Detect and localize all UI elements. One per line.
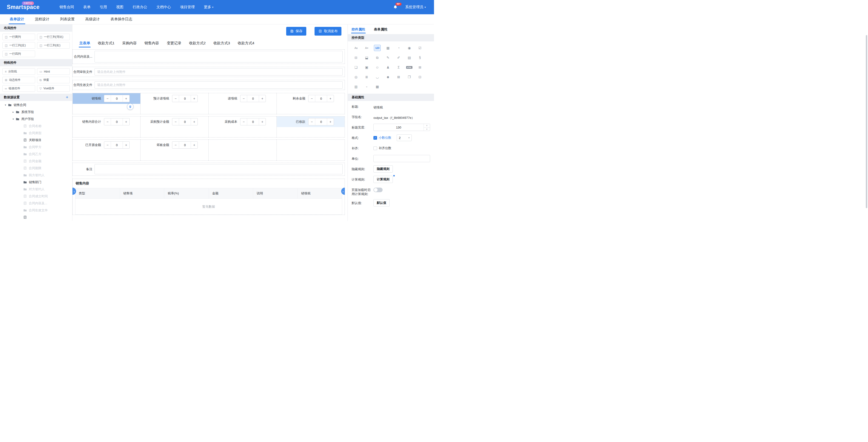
stepper-value[interactable]: 0 [179,118,191,125]
layout-control-4[interactable]: ◫一行四列 [2,50,35,57]
signature-icon[interactable]: ✎ [384,55,391,61]
stepper-plus-button[interactable]: + [123,118,129,125]
window-icon[interactable]: ⊡ [416,74,423,80]
stepper-plus-button[interactable]: + [191,95,197,102]
tree-item-14[interactable]: 合同内容及... [0,200,72,207]
stepper-plus-button[interactable]: + [191,142,197,148]
stepper-value[interactable]: 0 [179,142,191,148]
image-icon[interactable]: ▣ [363,64,370,70]
number-field-cell[interactable]: 已收款−0+ [277,116,345,137]
logo[interactable]: Smartspace 信赖平台 [7,4,39,10]
nav-item-3[interactable]: 视图 [116,5,123,9]
tree-item-7[interactable]: 合同乙方 [0,150,72,158]
input-icon[interactable]: Aa [352,45,360,51]
special-control-3[interactable]: ⧉弹窗 [37,77,70,83]
tree-item-11[interactable]: 销售部门 [0,179,72,186]
form-tab-2[interactable]: 采购内容 [118,41,141,48]
design-tab-3[interactable]: 高级设计 [80,14,105,24]
stepper-plus-button[interactable]: + [327,95,334,102]
form-tab-6[interactable]: 收款方式3 [210,41,234,48]
button-default-value[interactable]: 默认值 [373,199,390,206]
nav-item-0[interactable]: 销售合同 [59,5,74,9]
stepper-value[interactable]: 0 [111,95,123,102]
upload-field[interactable]: 请点击此处上传附件 [94,81,343,89]
textarea-icon[interactable]: A≡ [363,45,370,51]
attachment-icon[interactable]: § [416,55,423,61]
number-field-cell[interactable]: 预计进项税−0+ [140,93,209,114]
file-icon[interactable]: ❏ [352,64,360,70]
stepper-minus-button[interactable]: − [240,118,247,125]
form-row[interactable]: 合同审批文件请点击此处上传附件 [72,67,345,77]
form-row[interactable]: 合同内容及... [72,49,345,64]
tree-item-9[interactable]: 合同期限 [0,165,72,172]
stepper-value[interactable]: 0 [315,95,327,102]
layout-control-2[interactable]: ◫一行三列(左) [2,42,35,49]
stepper-minus-button[interactable]: − [104,118,111,125]
user-icon[interactable]: ☺ [374,64,381,70]
layout-control-1[interactable]: ◫一行三列(等比) [37,34,70,40]
design-tab-1[interactable]: 流程设计 [30,14,55,24]
stepper-plus-button[interactable]: + [123,142,129,148]
barcode-icon[interactable]: ▥ [352,83,360,90]
tree-item-1[interactable]: ▸系统字段 [0,108,72,115]
textarea-field[interactable] [94,164,343,174]
nav-item-5[interactable]: 文档中心 [156,5,171,9]
nav-item-1[interactable]: 表单 [83,5,90,9]
tree-item-15[interactable]: 合同生效文件 [0,207,72,214]
form-tab-1[interactable]: 收款方式1 [94,41,118,48]
number-field-cell[interactable]: 已开票金额−0+ [72,139,141,161]
grid-icon[interactable]: ⊞ [416,64,423,70]
stepper-value[interactable]: 0 [179,95,191,102]
stepper-minus-button[interactable]: − [104,142,111,148]
radio-icon[interactable]: ◉ [406,45,413,51]
stepper-minus-button[interactable]: − [172,95,179,102]
nav-item-2[interactable]: 引用 [100,5,107,9]
number-field-cell[interactable]: 进项税−0+ [208,93,277,114]
nav-item-4[interactable]: 行政办公 [132,5,147,9]
html-control-icon[interactable]: HTML [406,64,413,70]
stepper-value[interactable]: 0 [247,95,259,102]
form-tab-7[interactable]: 收款方式4 [234,41,258,48]
number-field-cell[interactable]: 剩余金额−0+ [277,93,345,114]
tree-item-4[interactable]: 合同类型 [0,130,72,137]
number-icon[interactable]: 123 [374,45,381,51]
chevron-down-icon[interactable]: ▾ [4,104,7,106]
date-icon[interactable]: ▦ [384,45,391,51]
subtable-section[interactable]: 销售内容 类型销售项税率(%)金额说明销项税 暂无数据 [72,179,345,215]
chevron-down-icon[interactable]: ▾ [11,117,15,120]
textarea-field[interactable] [94,51,343,63]
slider-icon[interactable]: ◡ [374,74,381,80]
button-calc-rule[interactable]: 计算规则 [373,176,393,183]
tree-item-8[interactable]: 合同金额 [0,158,72,165]
group-icon[interactable]: ♟ [384,64,391,70]
spinner-down-icon[interactable]: ∨ [424,128,430,131]
special-control-4[interactable]: ∞链接控件 [2,85,35,92]
tree-item-12[interactable]: 对方签约人 [0,186,72,193]
user-menu[interactable]: 系统管理员 ▾ [405,5,426,9]
person-icon[interactable]: ☻ [384,74,391,80]
number-field-cell[interactable]: 坏账金额−0+ [140,139,209,161]
number-input-title-width[interactable]: 130∧∨ [373,124,430,131]
special-control-2[interactable]: ⊞动态组件 [2,77,35,83]
button-hide-rule[interactable]: 隐藏规则 [373,165,393,173]
stepper-minus-button[interactable]: − [308,95,315,102]
input-unit[interactable] [373,155,430,162]
switch-icon[interactable]: ⬓ [363,55,370,61]
design-tab-2[interactable]: 列表设置 [55,14,80,24]
stepper-plus-button[interactable]: + [191,118,197,125]
props-tab-1[interactable]: 表单属性 [374,27,388,34]
number-field-cell[interactable]: 销项税−0+ [72,93,141,114]
list-icon[interactable]: ≣ [363,74,370,80]
cascader-icon[interactable]: ⧉ [374,55,381,61]
tree-item-0[interactable]: ▾销售合同 [0,101,72,108]
stepper-minus-button[interactable]: − [104,95,111,102]
qrcode-icon[interactable]: ▩ [374,83,381,90]
number-field-cell[interactable]: 采购成本−0+ [208,116,277,137]
stepper-plus-button[interactable]: + [327,118,334,125]
tree-item-16[interactable] [0,214,72,221]
design-tab-0[interactable]: 表单设计 [4,14,30,24]
stepper-plus-button[interactable]: + [259,95,266,102]
special-control-0[interactable]: ≡分割线 [2,68,35,75]
special-control-1[interactable]: ▭Html [37,68,70,75]
copy-icon[interactable]: ❐ [406,74,413,80]
